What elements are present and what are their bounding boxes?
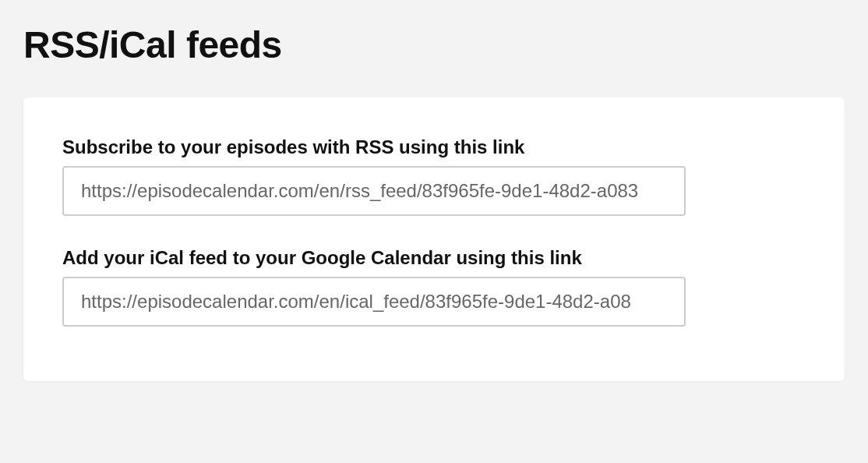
ical-feed-input[interactable]: [62, 277, 686, 327]
ical-feed-group: Add your iCal feed to your Google Calend…: [62, 247, 806, 327]
feeds-card: Subscribe to your episodes with RSS usin…: [23, 97, 845, 381]
rss-feed-input[interactable]: [62, 166, 686, 216]
ical-feed-label: Add your iCal feed to your Google Calend…: [62, 247, 806, 269]
rss-feed-group: Subscribe to your episodes with RSS usin…: [62, 136, 806, 216]
rss-feed-label: Subscribe to your episodes with RSS usin…: [62, 136, 806, 158]
page-title: RSS/iCal feeds: [23, 23, 845, 66]
